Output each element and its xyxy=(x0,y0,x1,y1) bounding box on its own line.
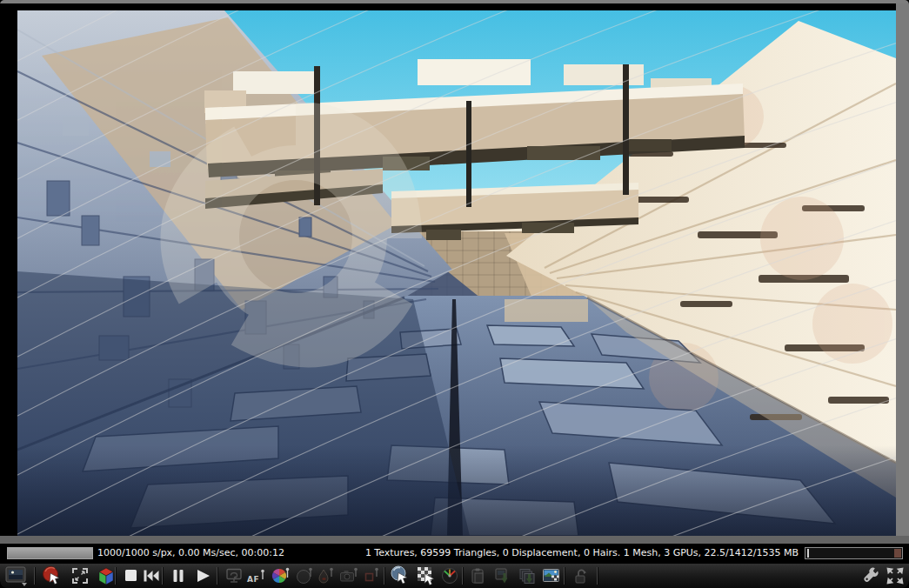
play-icon xyxy=(192,566,213,585)
gauge-icon xyxy=(440,565,461,586)
wrench-icon xyxy=(861,565,882,586)
memory-bar-tick xyxy=(807,549,809,558)
resume-render-button[interactable] xyxy=(190,565,215,587)
render-progress-text: 1000/1000 s/px, 0.00 Ms/sec, 00:00:12 xyxy=(97,547,284,558)
toolbar-separator xyxy=(462,567,463,585)
camera-target-picker-button[interactable] xyxy=(337,565,361,587)
camera-pin-icon xyxy=(338,565,359,586)
status-bar: 1000/1000 s/px, 0.00 Ms/sec, 00:00:12 1 … xyxy=(0,544,909,564)
memory-bar xyxy=(805,547,903,559)
toolbar-separator xyxy=(597,567,598,585)
display-mode-button[interactable] xyxy=(4,565,29,587)
expand-arrows-icon xyxy=(885,565,906,586)
toolbar-separator xyxy=(162,567,163,585)
pause-render-button[interactable] xyxy=(166,565,190,587)
render-viewport[interactable] xyxy=(17,10,896,536)
af-label: AF xyxy=(247,576,259,584)
dashed-region-icon xyxy=(70,566,90,585)
lock-image-button[interactable] xyxy=(569,565,593,587)
restart-render-button[interactable] xyxy=(139,565,164,587)
pick-object-button[interactable] xyxy=(40,565,64,587)
image-checkerboard-icon xyxy=(541,566,563,586)
continuous-refresh-button[interactable] xyxy=(222,565,246,587)
window-frame-bottom xyxy=(0,536,909,544)
viewport-settings-button[interactable] xyxy=(859,565,884,587)
open-padlock-icon xyxy=(571,566,591,586)
sphere-cursor-icon xyxy=(390,565,411,586)
toolbar-separator xyxy=(217,567,217,585)
dark-circle-pin-icon xyxy=(296,565,315,586)
zoom-picker-button[interactable] xyxy=(388,565,412,587)
white-balance-picker-button[interactable] xyxy=(270,565,294,587)
fullscreen-button[interactable] xyxy=(883,565,907,587)
save-image-button[interactable] xyxy=(491,565,515,587)
render-region-button[interactable] xyxy=(68,565,92,587)
square-pin-icon xyxy=(363,565,382,586)
render-progress-bar xyxy=(7,547,93,559)
toolbar-separator xyxy=(115,567,116,585)
rendered-image xyxy=(17,10,896,536)
toolbar: AF xyxy=(0,564,909,588)
red-sphere-cursor-icon xyxy=(42,565,63,586)
image-thumbnail-icon xyxy=(5,565,29,587)
window-frame-top xyxy=(0,0,909,3)
monitor-loop-icon xyxy=(224,566,244,585)
scene-stats-text: 1 Textures, 69599 Triangles, 0 Displacem… xyxy=(365,547,799,558)
color-wheel-pin-icon xyxy=(271,565,292,586)
pause-icon xyxy=(169,566,188,585)
show-alpha-background-button[interactable] xyxy=(539,565,564,587)
save-image-icon xyxy=(493,566,513,586)
render-priority-button[interactable] xyxy=(438,565,463,587)
toolbar-separator xyxy=(34,567,35,585)
droplet-pin-icon xyxy=(317,565,336,586)
autofocus-picker-button[interactable]: AF xyxy=(244,565,269,587)
alpha-picker-button[interactable] xyxy=(414,565,438,587)
checkerboard-cursor-icon xyxy=(416,565,438,586)
toolbar-separator xyxy=(564,567,565,585)
region-picker-button[interactable] xyxy=(360,565,384,587)
save-layers-icon xyxy=(518,566,538,586)
render-progress-fill xyxy=(8,548,92,558)
copy-to-clipboard-button[interactable] xyxy=(466,565,491,587)
skip-to-start-icon xyxy=(141,566,162,585)
save-render-passes-button[interactable] xyxy=(515,565,539,587)
render-viewport-window: 1000/1000 s/px, 0.00 Ms/sec, 00:00:12 1 … xyxy=(0,0,909,588)
af-pin-icon xyxy=(259,569,266,581)
memory-bar-fill xyxy=(894,549,901,558)
clipboard-icon xyxy=(469,566,488,586)
rgb-cube-icon xyxy=(97,566,116,586)
window-frame-right xyxy=(896,3,909,544)
material-picker-button[interactable] xyxy=(314,565,338,587)
stop-icon xyxy=(122,566,141,585)
toolbar-separator xyxy=(384,567,384,585)
